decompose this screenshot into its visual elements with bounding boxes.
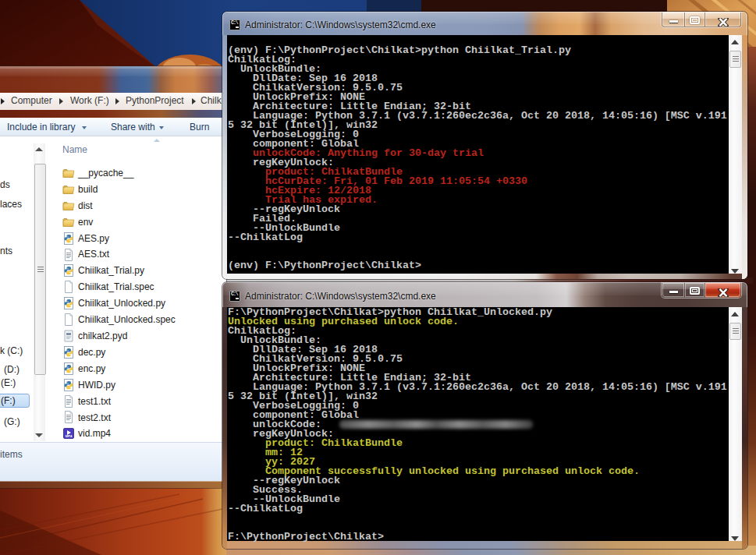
svg-text:MP4: MP4	[66, 434, 73, 438]
